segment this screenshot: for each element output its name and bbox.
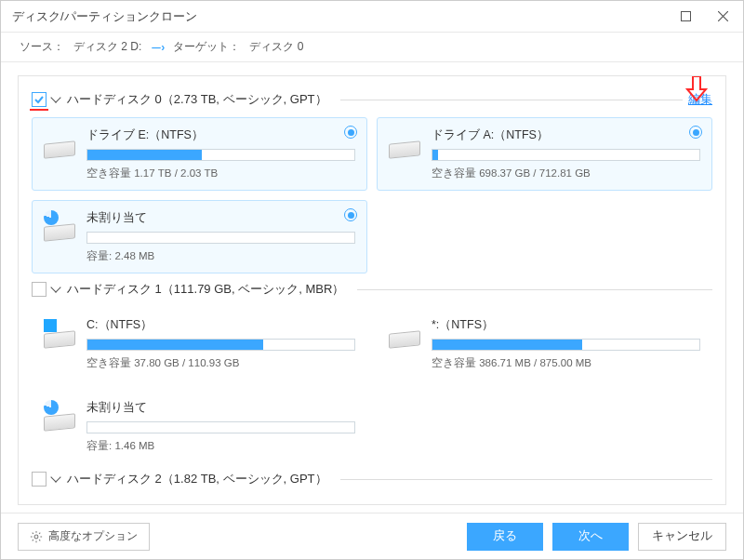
partition-title: 未割り当て bbox=[86, 400, 355, 416]
partition-title: *:（NTFS） bbox=[432, 317, 700, 333]
disk-icon bbox=[389, 133, 420, 159]
target-value: ディスク 0 bbox=[249, 39, 303, 55]
chevron-down-icon bbox=[52, 283, 61, 296]
disk-name: ハードディスク 1（111.79 GB, ベーシック, MBR） bbox=[67, 281, 344, 298]
disk-list[interactable]: ハードディスク 0（2.73 TB, ベーシック, GPT）編集ドライブ E:（… bbox=[18, 75, 726, 505]
partition-title: ドライブ E:（NTFS） bbox=[86, 127, 355, 143]
partition-grid: ドライブ E:（NTFS）空き容量 1.17 TB / 2.03 TBドライブ … bbox=[32, 117, 712, 273]
disk-icon bbox=[44, 406, 75, 432]
capacity-text: 空き容量 386.71 MB / 875.00 MB bbox=[432, 356, 700, 370]
target-label: ターゲット： bbox=[173, 39, 240, 55]
partition-card[interactable]: C:（NTFS）空き容量 37.80 GB / 110.93 GB bbox=[32, 307, 367, 380]
partition-title: C:（NTFS） bbox=[86, 317, 355, 333]
disk-checkbox[interactable] bbox=[32, 92, 46, 107]
usage-bar bbox=[432, 149, 700, 161]
source-value: ディスク 2 D: bbox=[73, 39, 141, 55]
chevron-down-icon bbox=[52, 473, 61, 486]
check-icon bbox=[33, 94, 45, 105]
usage-bar bbox=[86, 149, 355, 161]
disk-icon bbox=[44, 216, 75, 242]
svg-rect-0 bbox=[681, 12, 690, 21]
cancel-button[interactable]: キャンセル bbox=[638, 523, 726, 551]
disk-checkbox[interactable] bbox=[32, 472, 46, 487]
disk-icon bbox=[44, 133, 75, 159]
capacity-text: 空き容量 698.37 GB / 712.81 GB bbox=[432, 167, 700, 180]
annotation-arrow-icon bbox=[684, 75, 709, 105]
chevron-down-icon bbox=[52, 93, 61, 106]
disk-header[interactable]: ハードディスク 1（111.79 GB, ベーシック, MBR） bbox=[32, 281, 712, 298]
titlebar: ディスク/パーティションクローン bbox=[1, 1, 743, 33]
disk-name: ハードディスク 2（1.82 TB, ベーシック, GPT） bbox=[67, 471, 327, 487]
usage-bar bbox=[86, 232, 355, 244]
source-target-bar: ソース： ディスク 2 D: ⸺› ターゲット： ディスク 0 bbox=[1, 33, 743, 62]
disk-checkbox[interactable] bbox=[32, 282, 46, 297]
partition-grid: C:（NTFS）空き容量 37.80 GB / 110.93 GB*:（NTFS… bbox=[32, 307, 712, 463]
disk-name: ハードディスク 0（2.73 TB, ベーシック, GPT） bbox=[67, 91, 327, 108]
maximize-icon bbox=[681, 11, 691, 21]
partition-card[interactable]: 未割り当て容量: 2.48 MB bbox=[32, 200, 367, 273]
capacity-text: 容量: 1.46 MB bbox=[86, 439, 355, 453]
back-button[interactable]: 戻る bbox=[467, 523, 543, 551]
advanced-options-label: 高度なオプション bbox=[48, 528, 138, 544]
window-title: ディスク/パーティションクローン bbox=[12, 8, 667, 25]
content-wrap: ハードディスク 0（2.73 TB, ベーシック, GPT）編集ドライブ E:（… bbox=[1, 62, 743, 513]
arrow-icon: ⸺› bbox=[151, 41, 164, 54]
back-label: 戻る bbox=[493, 528, 517, 544]
partition-card[interactable]: 未割り当て容量: 1.46 MB bbox=[32, 390, 367, 463]
app-window: ディスク/パーティションクローン ソース： ディスク 2 D: ⸺› ターゲット… bbox=[0, 0, 744, 560]
source-label: ソース： bbox=[20, 39, 64, 55]
usage-bar bbox=[86, 421, 355, 433]
capacity-text: 空き容量 37.80 GB / 110.93 GB bbox=[86, 356, 355, 370]
disk-header[interactable]: ハードディスク 2（1.82 TB, ベーシック, GPT） bbox=[32, 471, 712, 487]
cancel-label: キャンセル bbox=[652, 528, 712, 544]
partition-radio[interactable] bbox=[344, 126, 357, 139]
usage-bar bbox=[86, 339, 355, 351]
close-icon bbox=[718, 11, 728, 21]
partition-radio[interactable] bbox=[689, 126, 702, 139]
maximize-button[interactable] bbox=[667, 1, 704, 33]
next-button[interactable]: 次へ bbox=[552, 523, 629, 551]
gear-icon bbox=[30, 530, 43, 543]
capacity-text: 空き容量 1.17 TB / 2.03 TB bbox=[86, 167, 355, 180]
usage-bar bbox=[432, 339, 700, 351]
svg-point-1 bbox=[34, 535, 38, 539]
advanced-options-button[interactable]: 高度なオプション bbox=[18, 523, 150, 551]
partition-card[interactable]: *:（NTFS）空き容量 386.71 MB / 875.00 MB bbox=[377, 307, 712, 380]
disk-icon bbox=[389, 323, 420, 349]
partition-card[interactable]: ドライブ A:（NTFS）空き容量 698.37 GB / 712.81 GB bbox=[377, 117, 712, 191]
next-label: 次へ bbox=[578, 528, 603, 544]
partition-title: ドライブ A:（NTFS） bbox=[432, 127, 700, 143]
partition-card[interactable]: ドライブ E:（NTFS）空き容量 1.17 TB / 2.03 TB bbox=[32, 117, 367, 191]
close-button[interactable] bbox=[704, 1, 741, 33]
disk-icon bbox=[44, 323, 75, 349]
disk-header[interactable]: ハードディスク 0（2.73 TB, ベーシック, GPT）編集 bbox=[32, 91, 712, 108]
partition-radio[interactable] bbox=[344, 208, 357, 221]
footer: 高度なオプション 戻る 次へ キャンセル bbox=[1, 513, 743, 559]
partition-title: 未割り当て bbox=[86, 210, 355, 226]
capacity-text: 容量: 2.48 MB bbox=[86, 249, 355, 263]
